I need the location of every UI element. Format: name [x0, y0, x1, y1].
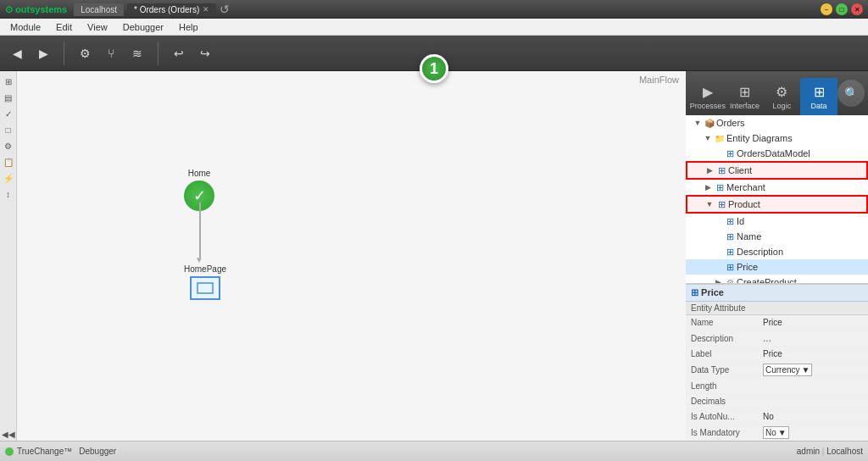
- detail-key-description: Description: [691, 334, 763, 343]
- product-label: Product: [728, 199, 866, 209]
- merchant-label: Merchant: [726, 182, 868, 192]
- status-right: admin | Localhost: [797, 447, 863, 456]
- tree-product-price[interactable]: ⊞ Price: [686, 259, 868, 275]
- tree-product[interactable]: ▼ ⊞ Product: [686, 195, 868, 214]
- detail-key-decimals: Decimals: [691, 397, 763, 406]
- right-toolbar: ▶ Processes ⊞ Interface ⚙ Logic ⊞ Data 🔍: [686, 71, 868, 115]
- debugger-label: Debugger: [79, 447, 116, 456]
- detail-row-datatype: Data Type Currency ▼: [686, 362, 868, 379]
- user-label: admin: [797, 447, 820, 456]
- settings-button[interactable]: ⚙: [73, 42, 97, 65]
- undo-button[interactable]: ↩: [167, 42, 191, 65]
- detail-value-datatype[interactable]: Currency ▼: [763, 364, 812, 376]
- menu-edit[interactable]: Edit: [49, 20, 79, 34]
- menu-view[interactable]: View: [81, 20, 114, 34]
- status-bar: TrueChange™ Debugger admin | Localhost: [0, 441, 868, 461]
- sidebar-icon-3[interactable]: ✓: [2, 107, 15, 120]
- tree-product-description[interactable]: ⊞ Description: [686, 244, 868, 259]
- detail-key-autonumber: Is AutoNu...: [691, 412, 763, 421]
- logic-button[interactable]: ⚙ Logic: [764, 78, 801, 115]
- detail-value-name: Price: [763, 318, 863, 327]
- interface-button[interactable]: ⊞ Interface: [726, 78, 764, 115]
- data-button[interactable]: ⊞ Data: [800, 78, 837, 115]
- right-panel: ▶ Processes ⊞ Interface ⚙ Logic ⊞ Data 🔍: [686, 71, 868, 441]
- svg-rect-0: [198, 283, 213, 293]
- tab-orders[interactable]: * Orders (Orders) ✕: [127, 3, 216, 16]
- nav-forward-button[interactable]: ▶: [31, 42, 55, 65]
- search-icon[interactable]: 🔍: [837, 80, 865, 107]
- canvas-area: MainFlow Home ✓ ▼ HomePage: [17, 71, 686, 441]
- detail-title: Price: [701, 287, 724, 297]
- sidebar-collapse-icon[interactable]: ◀◀: [2, 427, 15, 441]
- client-label: Client: [728, 165, 866, 175]
- detail-value-description[interactable]: ...: [763, 332, 863, 344]
- homepage-node[interactable]: HomePage: [184, 264, 226, 300]
- debugger-item[interactable]: Debugger: [79, 447, 116, 456]
- undo-group: ↩ ↪: [167, 42, 217, 65]
- product-name-icon: ⊞: [723, 230, 737, 243]
- redo-button[interactable]: ↪: [193, 42, 217, 65]
- entity-diagrams-arrow: ▼: [703, 134, 713, 142]
- tab-orders-label: * Orders (Orders): [134, 5, 199, 14]
- root-icon: 📦: [703, 116, 716, 130]
- canvas-label: MainFlow: [639, 75, 679, 85]
- product-description-label: Description: [737, 247, 868, 257]
- nav-group: ◀ ▶: [5, 42, 55, 65]
- menu-help[interactable]: Help: [172, 20, 205, 34]
- sidebar-icon-4[interactable]: □: [2, 123, 15, 136]
- client-icon: ⊞: [715, 164, 728, 177]
- processes-button[interactable]: ▶ Processes: [689, 78, 726, 115]
- sidebar-icon-1[interactable]: ⊞: [2, 75, 15, 88]
- branches-button[interactable]: ⑂: [99, 42, 123, 65]
- product-id-icon: ⊞: [723, 214, 737, 228]
- window-minimize-button[interactable]: −: [821, 3, 832, 15]
- window-maximize-button[interactable]: □: [836, 3, 848, 15]
- detail-value-mandatory[interactable]: No ▼: [763, 426, 789, 439]
- detail-row-decimals: Decimals: [686, 394, 868, 409]
- window-close-button[interactable]: ✕: [851, 3, 863, 15]
- tree-entity-diagrams[interactable]: ▼ 📁 Entity Diagrams: [686, 131, 868, 146]
- menu-module[interactable]: Module: [3, 20, 47, 34]
- tree-merchant[interactable]: ▶ ⊞ Merchant: [686, 180, 868, 195]
- homepage-node-rect: [190, 276, 220, 300]
- sidebar-icon-8[interactable]: ↕: [2, 187, 15, 201]
- home-node-label: Home: [188, 169, 211, 178]
- root-arrow: ▼: [693, 119, 703, 127]
- sidebar-icon-2[interactable]: ▤: [2, 91, 15, 104]
- interface-icon: ⊞: [739, 84, 750, 100]
- logic-icon: ⚙: [776, 84, 787, 100]
- detail-row-description: Description ...: [686, 330, 868, 347]
- truechange-item[interactable]: TrueChange™: [5, 447, 72, 456]
- detail-panel: ⊞ Price Entity Attribute Name Price Desc…: [686, 284, 868, 441]
- product-icon: ⊞: [715, 197, 728, 211]
- toolbar-sep-2: [158, 42, 159, 65]
- refresh-icon[interactable]: ↺: [220, 3, 230, 16]
- server-label: Localhost: [826, 447, 863, 456]
- entity-diagrams-label: Entity Diagrams: [726, 133, 868, 143]
- title-bar-tabs: Localhost * Orders (Orders) ✕ ↺: [74, 3, 230, 16]
- sidebar-icon-5[interactable]: ⚙: [2, 139, 15, 153]
- detail-row-mandatory: Is Mandatory No ▼: [686, 425, 868, 441]
- processes-label: Processes: [690, 102, 726, 110]
- tree-ordersdatamodel[interactable]: ⊞ OrdersDataModel: [686, 146, 868, 161]
- sidebar-icon-7[interactable]: ⚡: [2, 171, 15, 185]
- merchant-icon: ⊞: [713, 181, 726, 194]
- detail-row-length: Length: [686, 379, 868, 394]
- truechange-dot: [5, 447, 14, 456]
- tab-close-icon[interactable]: ✕: [203, 5, 209, 14]
- product-name-label: Name: [737, 231, 868, 242]
- detail-key-label: Label: [691, 349, 763, 358]
- tree-root[interactable]: ▼ 📦 Orders: [686, 115, 868, 131]
- tree-product-id[interactable]: ⊞ Id: [686, 214, 868, 229]
- sidebar-icon-6[interactable]: 📋: [2, 155, 15, 169]
- menu-debugger[interactable]: Debugger: [116, 20, 170, 34]
- tab-localhost[interactable]: Localhost: [74, 3, 124, 16]
- tree-createproduct[interactable]: ▶ ⚙ CreateProduct: [686, 275, 868, 284]
- processes-icon: ▶: [703, 84, 713, 100]
- root-label: Orders: [716, 118, 868, 128]
- nav-back-button[interactable]: ◀: [5, 42, 29, 65]
- search-button[interactable]: 🔍: [837, 80, 865, 110]
- tree-client[interactable]: ▶ ⊞ Client: [686, 161, 868, 180]
- compare-button[interactable]: ≋: [125, 42, 149, 65]
- tree-product-name[interactable]: ⊞ Name: [686, 229, 868, 244]
